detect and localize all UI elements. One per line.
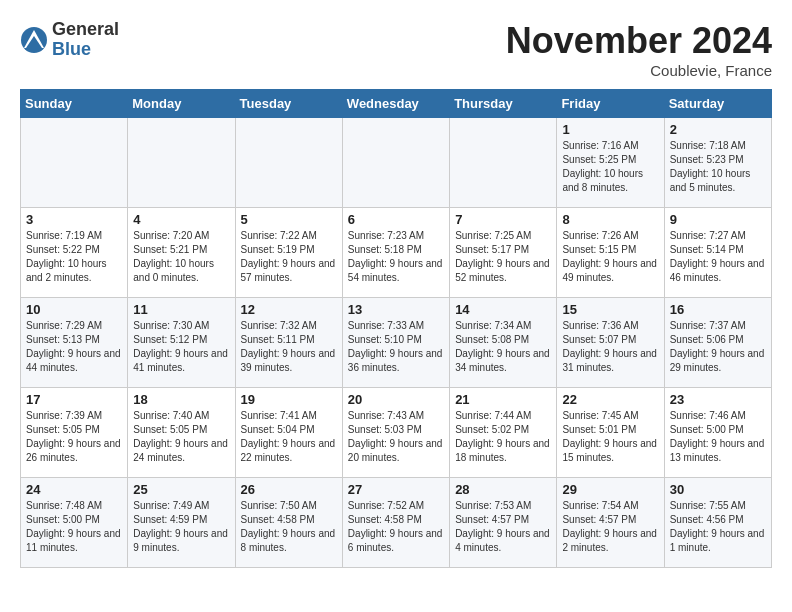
weekday-header-row: SundayMondayTuesdayWednesdayThursdayFrid… (21, 90, 772, 118)
logo-icon (20, 26, 48, 54)
calendar-cell: 21Sunrise: 7:44 AM Sunset: 5:02 PM Dayli… (450, 388, 557, 478)
weekday-header-tuesday: Tuesday (235, 90, 342, 118)
day-number: 11 (133, 302, 229, 317)
day-info: Sunrise: 7:49 AM Sunset: 4:59 PM Dayligh… (133, 499, 229, 555)
calendar-cell: 16Sunrise: 7:37 AM Sunset: 5:06 PM Dayli… (664, 298, 771, 388)
weekday-header-thursday: Thursday (450, 90, 557, 118)
calendar-cell: 26Sunrise: 7:50 AM Sunset: 4:58 PM Dayli… (235, 478, 342, 568)
day-number: 27 (348, 482, 444, 497)
day-info: Sunrise: 7:41 AM Sunset: 5:04 PM Dayligh… (241, 409, 337, 465)
day-info: Sunrise: 7:52 AM Sunset: 4:58 PM Dayligh… (348, 499, 444, 555)
calendar-cell (21, 118, 128, 208)
day-number: 22 (562, 392, 658, 407)
calendar-cell (450, 118, 557, 208)
day-number: 12 (241, 302, 337, 317)
day-info: Sunrise: 7:32 AM Sunset: 5:11 PM Dayligh… (241, 319, 337, 375)
calendar-table: SundayMondayTuesdayWednesdayThursdayFrid… (20, 89, 772, 568)
calendar-cell: 1Sunrise: 7:16 AM Sunset: 5:25 PM Daylig… (557, 118, 664, 208)
day-info: Sunrise: 7:54 AM Sunset: 4:57 PM Dayligh… (562, 499, 658, 555)
day-number: 25 (133, 482, 229, 497)
day-number: 10 (26, 302, 122, 317)
calendar-cell: 18Sunrise: 7:40 AM Sunset: 5:05 PM Dayli… (128, 388, 235, 478)
logo-blue: Blue (52, 40, 119, 60)
logo: General Blue (20, 20, 119, 60)
page-header: General Blue November 2024 Coublevie, Fr… (20, 20, 772, 79)
calendar-cell: 28Sunrise: 7:53 AM Sunset: 4:57 PM Dayli… (450, 478, 557, 568)
weekday-header-wednesday: Wednesday (342, 90, 449, 118)
day-info: Sunrise: 7:39 AM Sunset: 5:05 PM Dayligh… (26, 409, 122, 465)
day-info: Sunrise: 7:50 AM Sunset: 4:58 PM Dayligh… (241, 499, 337, 555)
day-number: 3 (26, 212, 122, 227)
day-info: Sunrise: 7:29 AM Sunset: 5:13 PM Dayligh… (26, 319, 122, 375)
calendar-week-row: 3Sunrise: 7:19 AM Sunset: 5:22 PM Daylig… (21, 208, 772, 298)
day-info: Sunrise: 7:33 AM Sunset: 5:10 PM Dayligh… (348, 319, 444, 375)
day-number: 4 (133, 212, 229, 227)
calendar-cell: 4Sunrise: 7:20 AM Sunset: 5:21 PM Daylig… (128, 208, 235, 298)
calendar-cell: 12Sunrise: 7:32 AM Sunset: 5:11 PM Dayli… (235, 298, 342, 388)
weekday-header-friday: Friday (557, 90, 664, 118)
day-info: Sunrise: 7:43 AM Sunset: 5:03 PM Dayligh… (348, 409, 444, 465)
day-info: Sunrise: 7:46 AM Sunset: 5:00 PM Dayligh… (670, 409, 766, 465)
calendar-cell (235, 118, 342, 208)
logo-text: General Blue (52, 20, 119, 60)
day-number: 30 (670, 482, 766, 497)
day-number: 2 (670, 122, 766, 137)
day-number: 29 (562, 482, 658, 497)
day-number: 19 (241, 392, 337, 407)
day-info: Sunrise: 7:30 AM Sunset: 5:12 PM Dayligh… (133, 319, 229, 375)
calendar-cell: 14Sunrise: 7:34 AM Sunset: 5:08 PM Dayli… (450, 298, 557, 388)
calendar-cell: 10Sunrise: 7:29 AM Sunset: 5:13 PM Dayli… (21, 298, 128, 388)
weekday-header-saturday: Saturday (664, 90, 771, 118)
day-number: 14 (455, 302, 551, 317)
title-block: November 2024 Coublevie, France (506, 20, 772, 79)
weekday-header-sunday: Sunday (21, 90, 128, 118)
calendar-week-row: 24Sunrise: 7:48 AM Sunset: 5:00 PM Dayli… (21, 478, 772, 568)
day-number: 8 (562, 212, 658, 227)
day-info: Sunrise: 7:22 AM Sunset: 5:19 PM Dayligh… (241, 229, 337, 285)
calendar-cell: 13Sunrise: 7:33 AM Sunset: 5:10 PM Dayli… (342, 298, 449, 388)
calendar-cell: 20Sunrise: 7:43 AM Sunset: 5:03 PM Dayli… (342, 388, 449, 478)
day-info: Sunrise: 7:37 AM Sunset: 5:06 PM Dayligh… (670, 319, 766, 375)
day-info: Sunrise: 7:45 AM Sunset: 5:01 PM Dayligh… (562, 409, 658, 465)
day-number: 26 (241, 482, 337, 497)
day-info: Sunrise: 7:20 AM Sunset: 5:21 PM Dayligh… (133, 229, 229, 285)
day-number: 5 (241, 212, 337, 227)
calendar-week-row: 17Sunrise: 7:39 AM Sunset: 5:05 PM Dayli… (21, 388, 772, 478)
calendar-week-row: 1Sunrise: 7:16 AM Sunset: 5:25 PM Daylig… (21, 118, 772, 208)
day-info: Sunrise: 7:40 AM Sunset: 5:05 PM Dayligh… (133, 409, 229, 465)
calendar-cell: 22Sunrise: 7:45 AM Sunset: 5:01 PM Dayli… (557, 388, 664, 478)
calendar-cell: 6Sunrise: 7:23 AM Sunset: 5:18 PM Daylig… (342, 208, 449, 298)
day-info: Sunrise: 7:44 AM Sunset: 5:02 PM Dayligh… (455, 409, 551, 465)
calendar-cell: 8Sunrise: 7:26 AM Sunset: 5:15 PM Daylig… (557, 208, 664, 298)
day-info: Sunrise: 7:27 AM Sunset: 5:14 PM Dayligh… (670, 229, 766, 285)
calendar-cell: 11Sunrise: 7:30 AM Sunset: 5:12 PM Dayli… (128, 298, 235, 388)
calendar-cell: 27Sunrise: 7:52 AM Sunset: 4:58 PM Dayli… (342, 478, 449, 568)
day-number: 13 (348, 302, 444, 317)
day-info: Sunrise: 7:18 AM Sunset: 5:23 PM Dayligh… (670, 139, 766, 195)
day-info: Sunrise: 7:55 AM Sunset: 4:56 PM Dayligh… (670, 499, 766, 555)
weekday-header-monday: Monday (128, 90, 235, 118)
calendar-week-row: 10Sunrise: 7:29 AM Sunset: 5:13 PM Dayli… (21, 298, 772, 388)
calendar-cell (342, 118, 449, 208)
calendar-cell: 30Sunrise: 7:55 AM Sunset: 4:56 PM Dayli… (664, 478, 771, 568)
calendar-cell: 5Sunrise: 7:22 AM Sunset: 5:19 PM Daylig… (235, 208, 342, 298)
day-info: Sunrise: 7:23 AM Sunset: 5:18 PM Dayligh… (348, 229, 444, 285)
location-subtitle: Coublevie, France (506, 62, 772, 79)
day-number: 9 (670, 212, 766, 227)
day-number: 18 (133, 392, 229, 407)
calendar-cell: 24Sunrise: 7:48 AM Sunset: 5:00 PM Dayli… (21, 478, 128, 568)
day-number: 20 (348, 392, 444, 407)
day-number: 15 (562, 302, 658, 317)
day-number: 6 (348, 212, 444, 227)
calendar-cell: 19Sunrise: 7:41 AM Sunset: 5:04 PM Dayli… (235, 388, 342, 478)
calendar-cell: 7Sunrise: 7:25 AM Sunset: 5:17 PM Daylig… (450, 208, 557, 298)
day-info: Sunrise: 7:16 AM Sunset: 5:25 PM Dayligh… (562, 139, 658, 195)
day-info: Sunrise: 7:25 AM Sunset: 5:17 PM Dayligh… (455, 229, 551, 285)
day-info: Sunrise: 7:26 AM Sunset: 5:15 PM Dayligh… (562, 229, 658, 285)
calendar-cell: 25Sunrise: 7:49 AM Sunset: 4:59 PM Dayli… (128, 478, 235, 568)
day-number: 21 (455, 392, 551, 407)
calendar-cell: 2Sunrise: 7:18 AM Sunset: 5:23 PM Daylig… (664, 118, 771, 208)
calendar-cell: 23Sunrise: 7:46 AM Sunset: 5:00 PM Dayli… (664, 388, 771, 478)
day-number: 17 (26, 392, 122, 407)
day-info: Sunrise: 7:34 AM Sunset: 5:08 PM Dayligh… (455, 319, 551, 375)
